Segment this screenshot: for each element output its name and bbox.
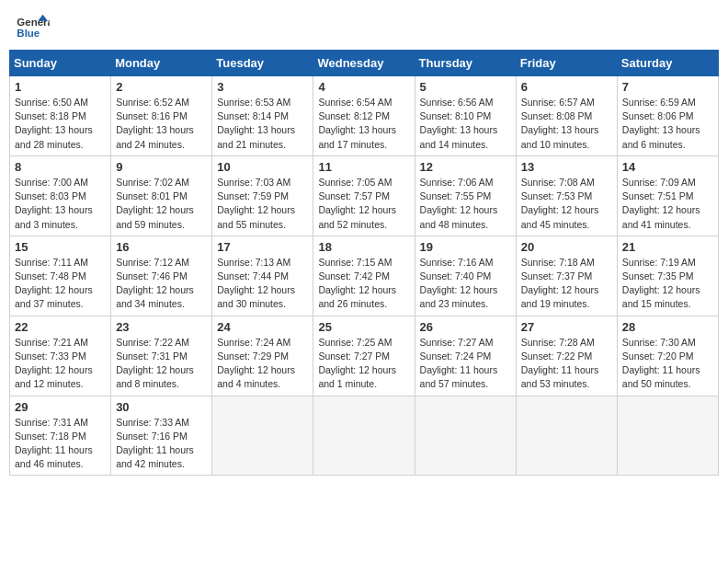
day-cell-1: 1Sunrise: 6:50 AMSunset: 8:18 PMDaylight… bbox=[10, 76, 111, 156]
day-detail: Sunrise: 7:28 AMSunset: 7:22 PMDaylight:… bbox=[521, 336, 612, 392]
day-detail: Sunrise: 7:02 AMSunset: 8:01 PMDaylight:… bbox=[116, 176, 207, 232]
svg-text:Blue: Blue bbox=[17, 28, 40, 39]
day-detail: Sunrise: 7:25 AMSunset: 7:27 PMDaylight:… bbox=[318, 336, 409, 392]
day-detail: Sunrise: 7:21 AMSunset: 7:33 PMDaylight:… bbox=[15, 336, 106, 392]
day-cell-15: 15Sunrise: 7:11 AMSunset: 7:48 PMDayligh… bbox=[10, 236, 111, 316]
day-cell-2: 2Sunrise: 6:52 AMSunset: 8:16 PMDaylight… bbox=[111, 76, 212, 156]
day-number: 23 bbox=[116, 320, 207, 334]
day-number: 21 bbox=[622, 240, 713, 254]
day-detail: Sunrise: 7:11 AMSunset: 7:48 PMDaylight:… bbox=[15, 256, 106, 312]
day-detail: Sunrise: 7:18 AMSunset: 7:37 PMDaylight:… bbox=[521, 256, 612, 312]
day-cell-19: 19Sunrise: 7:16 AMSunset: 7:40 PMDayligh… bbox=[415, 236, 516, 316]
day-number: 3 bbox=[217, 80, 308, 94]
logo-icon: General Blue bbox=[17, 13, 50, 40]
day-detail: Sunrise: 7:08 AMSunset: 7:53 PMDaylight:… bbox=[521, 176, 612, 232]
day-cell-16: 16Sunrise: 7:12 AMSunset: 7:46 PMDayligh… bbox=[111, 236, 212, 316]
day-number: 8 bbox=[15, 160, 106, 174]
day-detail: Sunrise: 7:06 AMSunset: 7:55 PMDaylight:… bbox=[420, 176, 511, 232]
day-detail: Sunrise: 7:27 AMSunset: 7:24 PMDaylight:… bbox=[420, 336, 511, 392]
day-cell-12: 12Sunrise: 7:06 AMSunset: 7:55 PMDayligh… bbox=[415, 155, 516, 236]
day-cell-7: 7Sunrise: 6:59 AMSunset: 8:06 PMDaylight… bbox=[617, 76, 718, 156]
empty-cell bbox=[617, 396, 718, 476]
day-cell-20: 20Sunrise: 7:18 AMSunset: 7:37 PMDayligh… bbox=[516, 236, 617, 316]
header-row: SundayMondayTuesdayWednesdayThursdayFrid… bbox=[10, 51, 719, 76]
day-number: 22 bbox=[15, 320, 106, 334]
day-cell-5: 5Sunrise: 6:56 AMSunset: 8:10 PMDaylight… bbox=[415, 76, 516, 156]
day-number: 5 bbox=[420, 80, 511, 94]
day-cell-8: 8Sunrise: 7:00 AMSunset: 8:03 PMDaylight… bbox=[10, 155, 111, 236]
logo: General Blue bbox=[17, 13, 51, 40]
empty-cell bbox=[415, 396, 516, 476]
day-cell-21: 21Sunrise: 7:19 AMSunset: 7:35 PMDayligh… bbox=[617, 236, 718, 316]
day-number: 24 bbox=[217, 320, 308, 334]
empty-cell bbox=[212, 396, 313, 476]
day-cell-18: 18Sunrise: 7:15 AMSunset: 7:42 PMDayligh… bbox=[313, 236, 415, 316]
day-number: 25 bbox=[318, 320, 409, 334]
day-number: 6 bbox=[521, 80, 612, 94]
day-number: 16 bbox=[116, 240, 207, 254]
day-detail: Sunrise: 7:03 AMSunset: 7:59 PMDaylight:… bbox=[217, 176, 308, 232]
day-cell-4: 4Sunrise: 6:54 AMSunset: 8:12 PMDaylight… bbox=[313, 76, 415, 156]
day-number: 28 bbox=[622, 320, 713, 334]
day-detail: Sunrise: 6:59 AMSunset: 8:06 PMDaylight:… bbox=[622, 96, 713, 152]
day-cell-9: 9Sunrise: 7:02 AMSunset: 8:01 PMDaylight… bbox=[111, 155, 212, 236]
day-number: 11 bbox=[318, 160, 409, 174]
day-detail: Sunrise: 6:50 AMSunset: 8:18 PMDaylight:… bbox=[15, 96, 106, 152]
day-number: 1 bbox=[15, 80, 106, 94]
col-header-tuesday: Tuesday bbox=[212, 51, 313, 76]
day-detail: Sunrise: 6:57 AMSunset: 8:08 PMDaylight:… bbox=[521, 96, 612, 152]
day-detail: Sunrise: 7:33 AMSunset: 7:16 PMDaylight:… bbox=[116, 416, 207, 472]
calendar-week-1: 1Sunrise: 6:50 AMSunset: 8:18 PMDaylight… bbox=[10, 76, 719, 156]
day-cell-30: 30Sunrise: 7:33 AMSunset: 7:16 PMDayligh… bbox=[111, 396, 212, 476]
day-detail: Sunrise: 7:16 AMSunset: 7:40 PMDaylight:… bbox=[420, 256, 511, 312]
col-header-sunday: Sunday bbox=[10, 51, 111, 76]
calendar-table: SundayMondayTuesdayWednesdayThursdayFrid… bbox=[9, 50, 719, 476]
day-number: 15 bbox=[15, 240, 106, 254]
day-detail: Sunrise: 7:22 AMSunset: 7:31 PMDaylight:… bbox=[116, 336, 207, 392]
day-number: 17 bbox=[217, 240, 308, 254]
day-detail: Sunrise: 7:30 AMSunset: 7:20 PMDaylight:… bbox=[622, 336, 713, 392]
day-number: 14 bbox=[622, 160, 713, 174]
day-cell-28: 28Sunrise: 7:30 AMSunset: 7:20 PMDayligh… bbox=[617, 316, 718, 396]
page-header: General Blue bbox=[9, 9, 719, 44]
day-cell-26: 26Sunrise: 7:27 AMSunset: 7:24 PMDayligh… bbox=[415, 316, 516, 396]
day-cell-14: 14Sunrise: 7:09 AMSunset: 7:51 PMDayligh… bbox=[617, 155, 718, 236]
day-detail: Sunrise: 7:09 AMSunset: 7:51 PMDaylight:… bbox=[622, 176, 713, 232]
day-number: 10 bbox=[217, 160, 308, 174]
day-number: 9 bbox=[116, 160, 207, 174]
col-header-saturday: Saturday bbox=[617, 51, 718, 76]
day-cell-25: 25Sunrise: 7:25 AMSunset: 7:27 PMDayligh… bbox=[313, 316, 415, 396]
day-cell-22: 22Sunrise: 7:21 AMSunset: 7:33 PMDayligh… bbox=[10, 316, 111, 396]
col-header-monday: Monday bbox=[111, 51, 212, 76]
day-cell-17: 17Sunrise: 7:13 AMSunset: 7:44 PMDayligh… bbox=[212, 236, 313, 316]
col-header-thursday: Thursday bbox=[415, 51, 516, 76]
day-detail: Sunrise: 7:24 AMSunset: 7:29 PMDaylight:… bbox=[217, 336, 308, 392]
day-number: 19 bbox=[420, 240, 511, 254]
day-detail: Sunrise: 7:31 AMSunset: 7:18 PMDaylight:… bbox=[15, 416, 106, 472]
day-detail: Sunrise: 6:56 AMSunset: 8:10 PMDaylight:… bbox=[420, 96, 511, 152]
calendar-week-2: 8Sunrise: 7:00 AMSunset: 8:03 PMDaylight… bbox=[10, 155, 719, 236]
day-cell-6: 6Sunrise: 6:57 AMSunset: 8:08 PMDaylight… bbox=[516, 76, 617, 156]
day-cell-27: 27Sunrise: 7:28 AMSunset: 7:22 PMDayligh… bbox=[516, 316, 617, 396]
day-detail: Sunrise: 7:12 AMSunset: 7:46 PMDaylight:… bbox=[116, 256, 207, 312]
day-detail: Sunrise: 7:19 AMSunset: 7:35 PMDaylight:… bbox=[622, 256, 713, 312]
day-number: 7 bbox=[622, 80, 713, 94]
day-cell-29: 29Sunrise: 7:31 AMSunset: 7:18 PMDayligh… bbox=[10, 396, 111, 476]
day-detail: Sunrise: 6:53 AMSunset: 8:14 PMDaylight:… bbox=[217, 96, 308, 152]
day-number: 4 bbox=[318, 80, 409, 94]
calendar-week-4: 22Sunrise: 7:21 AMSunset: 7:33 PMDayligh… bbox=[10, 316, 719, 396]
day-detail: Sunrise: 6:52 AMSunset: 8:16 PMDaylight:… bbox=[116, 96, 207, 152]
calendar-week-5: 29Sunrise: 7:31 AMSunset: 7:18 PMDayligh… bbox=[10, 396, 719, 476]
day-cell-24: 24Sunrise: 7:24 AMSunset: 7:29 PMDayligh… bbox=[212, 316, 313, 396]
day-cell-23: 23Sunrise: 7:22 AMSunset: 7:31 PMDayligh… bbox=[111, 316, 212, 396]
day-number: 13 bbox=[521, 160, 612, 174]
empty-cell bbox=[516, 396, 617, 476]
day-detail: Sunrise: 7:13 AMSunset: 7:44 PMDaylight:… bbox=[217, 256, 308, 312]
day-detail: Sunrise: 7:05 AMSunset: 7:57 PMDaylight:… bbox=[318, 176, 409, 232]
day-number: 12 bbox=[420, 160, 511, 174]
col-header-wednesday: Wednesday bbox=[313, 51, 415, 76]
day-cell-3: 3Sunrise: 6:53 AMSunset: 8:14 PMDaylight… bbox=[212, 76, 313, 156]
day-number: 27 bbox=[521, 320, 612, 334]
day-number: 2 bbox=[116, 80, 207, 94]
day-number: 18 bbox=[318, 240, 409, 254]
